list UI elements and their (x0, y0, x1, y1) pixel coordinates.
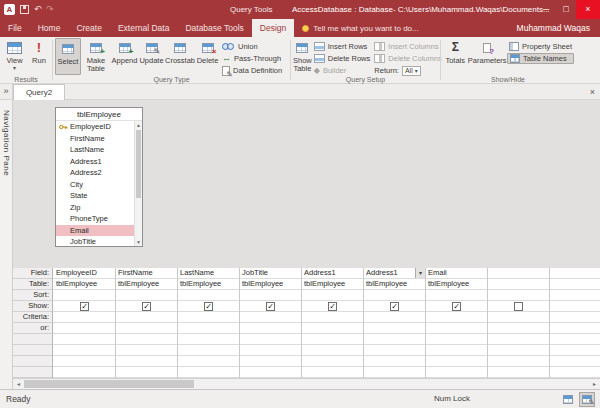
totals-sigma-icon: Σ (452, 41, 459, 54)
show-checkbox[interactable] (266, 302, 275, 311)
account-user-name[interactable]: Muhammad Waqas (517, 19, 600, 37)
union-button[interactable]: Union (220, 41, 284, 52)
scroll-thumb[interactable] (136, 130, 141, 198)
field-row[interactable]: Zip (56, 202, 142, 214)
field-cell-active[interactable]: Address1 ▾ (364, 268, 425, 279)
make-table-button[interactable]: Make Table (81, 38, 111, 75)
table-cell[interactable]: tblEmployee (302, 279, 363, 290)
data-definition-button[interactable]: Data Definition (220, 65, 284, 76)
scroll-down-icon[interactable]: ▼ (135, 238, 142, 246)
close-button[interactable]: × (576, 0, 600, 19)
field-cell[interactable]: FirstName (116, 268, 177, 279)
delete-columns-button[interactable]: Delete Columns (372, 53, 443, 64)
table-cell[interactable]: tblEmployee (178, 279, 239, 290)
field-row[interactable]: PhoneType (56, 213, 142, 225)
field-list-title[interactable]: tblEmployee (56, 108, 142, 121)
field-cell[interactable]: JobTitle (240, 268, 301, 279)
table-cell[interactable]: tblEmployee (364, 279, 425, 290)
document-tab-query2[interactable]: Query2 (13, 84, 65, 100)
undo-icon[interactable]: ↶ (34, 0, 42, 19)
property-sheet-button[interactable]: Property Sheet (507, 41, 574, 52)
query-type-small-buttons: Union ↔ Pass-Through Data Definition (220, 38, 284, 76)
save-icon[interactable] (20, 5, 29, 14)
table-cell[interactable]: tblEmployee (240, 279, 301, 290)
field-row[interactable]: LastName (56, 144, 142, 156)
show-checkbox[interactable] (452, 302, 461, 311)
pass-through-button[interactable]: ↔ Pass-Through (220, 53, 284, 64)
builder-button[interactable]: ◆ Builder (312, 65, 373, 76)
table-cell[interactable]: tblEmployee (116, 279, 177, 290)
field-row[interactable]: Address1 (56, 156, 142, 168)
tab-design[interactable]: Design (252, 19, 294, 37)
sort-cell[interactable] (116, 290, 177, 301)
grid-column-jobtitle: JobTitle tblEmployee (240, 268, 301, 378)
insert-columns-button[interactable]: Insert Columns (372, 41, 443, 52)
field-row-employeeid[interactable]: EmployeeID (56, 121, 142, 133)
tab-database-tools[interactable]: Database Tools (177, 19, 251, 37)
scroll-right-icon[interactable]: ► (589, 379, 600, 389)
maximize-button[interactable]: □ (556, 0, 576, 19)
totals-button[interactable]: Σ Totals (443, 38, 467, 75)
field-cell[interactable]: LastName (178, 268, 239, 279)
scroll-left-icon[interactable]: ◄ (13, 379, 24, 389)
field-cell[interactable] (488, 268, 549, 279)
minimize-button[interactable]: ─ (536, 0, 556, 19)
run-button[interactable]: ! Run (27, 38, 51, 75)
document-close-icon[interactable]: × (590, 84, 595, 100)
append-button[interactable]: Append (111, 38, 138, 75)
field-row[interactable]: Address2 (56, 167, 142, 179)
tab-external-data[interactable]: External Data (110, 19, 178, 37)
field-row-email-selected[interactable]: Email (56, 225, 142, 237)
table-cell[interactable] (488, 279, 549, 290)
sort-cell[interactable] (54, 290, 115, 301)
parameters-button[interactable]: Parameters (467, 38, 507, 75)
field-row[interactable]: FirstName (56, 133, 142, 145)
show-checkbox[interactable] (390, 302, 399, 311)
redo-icon[interactable]: ↷ (46, 0, 54, 19)
datasheet-view-button[interactable] (560, 392, 576, 407)
field-cell[interactable]: EmployeeID (54, 268, 115, 279)
field-row[interactable]: City (56, 179, 142, 191)
design-view-button[interactable] (579, 392, 595, 407)
sort-cell[interactable] (240, 290, 301, 301)
grid-horizontal-scrollbar[interactable]: ◄ ► (13, 378, 600, 389)
table-cell[interactable]: tblEmployee (54, 279, 115, 290)
field-row[interactable]: JobTitle (56, 236, 142, 248)
table-names-button[interactable]: Table Names (507, 53, 574, 64)
view-button[interactable]: View ▾ (2, 38, 27, 75)
grid-column-employeeid: EmployeeID tblEmployee (54, 268, 115, 378)
show-checkbox[interactable] (328, 302, 337, 311)
show-checkbox[interactable] (80, 302, 89, 311)
return-dropdown[interactable]: All ▾ (402, 66, 421, 76)
field-cell[interactable]: Address1 (302, 268, 363, 279)
delete-rows-button[interactable]: Delete Rows (312, 53, 373, 64)
navigation-pane-shutter[interactable]: Navigation Pane (0, 100, 13, 389)
grid-row-headers: Field: Table: Sort: Show: Criteria: or: (13, 268, 53, 378)
sort-cell[interactable] (178, 290, 239, 301)
update-button[interactable]: Update (138, 38, 165, 75)
show-checkbox[interactable] (204, 302, 213, 311)
sort-cell[interactable] (364, 290, 425, 301)
sort-cell[interactable] (302, 290, 363, 301)
select-query-button[interactable]: Select (55, 38, 81, 75)
field-cell[interactable]: Email (426, 268, 487, 279)
table-cell[interactable]: tblEmployee (426, 279, 487, 290)
scroll-thumb[interactable] (24, 380, 194, 388)
tab-file[interactable]: File (0, 19, 30, 37)
navigation-pane-expand-chevrons-icon[interactable]: » (0, 84, 13, 100)
field-list-scrollbar[interactable]: ▲ ▼ (134, 121, 142, 246)
show-checkbox[interactable] (142, 302, 151, 311)
insert-rows-button[interactable]: Insert Rows (312, 41, 373, 52)
field-dropdown-icon[interactable]: ▾ (415, 268, 425, 278)
sort-cell[interactable] (426, 290, 487, 301)
tab-home[interactable]: Home (30, 19, 69, 37)
sort-cell[interactable] (488, 290, 549, 301)
delete-query-button[interactable]: Delete (195, 38, 220, 75)
tell-me-box[interactable]: Tell me what you want to do... (294, 19, 426, 37)
show-table-button[interactable]: Show Table (293, 38, 312, 75)
show-checkbox[interactable] (514, 302, 523, 311)
tab-create[interactable]: Create (68, 19, 110, 37)
crosstab-button[interactable]: Crosstab (165, 38, 195, 75)
scroll-up-icon[interactable]: ▲ (135, 121, 142, 129)
field-row[interactable]: State (56, 190, 142, 202)
